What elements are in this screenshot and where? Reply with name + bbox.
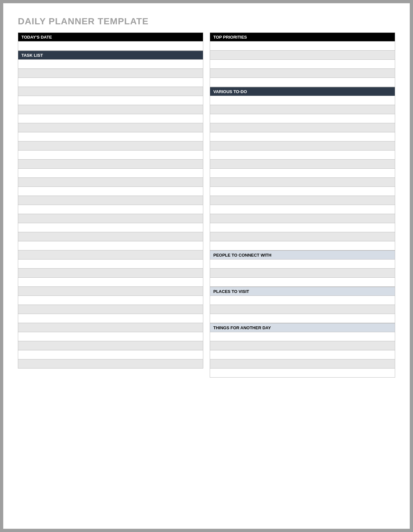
another-input-row[interactable] xyxy=(210,359,395,369)
another-day-header: THINGS FOR ANOTHER DAY xyxy=(210,323,395,332)
task-input-row[interactable] xyxy=(18,160,203,169)
people-input-row[interactable] xyxy=(210,278,395,287)
todo-input-row[interactable] xyxy=(210,232,395,241)
task-input-row[interactable] xyxy=(18,359,203,369)
priority-input-row[interactable] xyxy=(210,78,395,87)
todo-input-row[interactable] xyxy=(210,151,395,160)
task-input-row[interactable] xyxy=(18,178,203,187)
todo-input-row[interactable] xyxy=(210,114,395,123)
task-input-row[interactable] xyxy=(18,250,203,260)
task-input-row[interactable] xyxy=(18,114,203,123)
task-input-row[interactable] xyxy=(18,241,203,250)
places-input-row[interactable] xyxy=(210,314,395,323)
planner-page: DAILY PLANNER TEMPLATE TODAY'S DATE TASK… xyxy=(3,3,410,529)
task-input-row[interactable] xyxy=(18,69,203,78)
another-rows xyxy=(210,332,395,378)
task-input-row[interactable] xyxy=(18,341,203,350)
task-input-row[interactable] xyxy=(18,87,203,96)
another-input-row[interactable] xyxy=(210,350,395,359)
another-input-row[interactable] xyxy=(210,369,395,378)
todo-input-row[interactable] xyxy=(210,169,395,178)
task-input-row[interactable] xyxy=(18,305,203,314)
columns-container: TODAY'S DATE TASK LIST TOP PRIORITIES VA… xyxy=(18,32,395,378)
places-rows xyxy=(210,296,395,323)
tasklist-rows xyxy=(18,60,203,369)
priorities-rows xyxy=(210,42,395,87)
task-input-row[interactable] xyxy=(18,60,203,69)
task-input-row[interactable] xyxy=(18,205,203,214)
task-input-row[interactable] xyxy=(18,196,203,205)
todo-input-row[interactable] xyxy=(210,105,395,114)
todo-input-row[interactable] xyxy=(210,187,395,196)
todo-rows xyxy=(210,96,395,250)
top-priorities-header: TOP PRIORITIES xyxy=(210,32,395,42)
todo-input-row[interactable] xyxy=(210,141,395,151)
various-todo-header: VARIOUS TO-DO xyxy=(210,87,395,96)
todo-input-row[interactable] xyxy=(210,214,395,223)
people-input-row[interactable] xyxy=(210,260,395,269)
date-input-row[interactable] xyxy=(18,42,203,51)
task-input-row[interactable] xyxy=(18,269,203,278)
another-input-row[interactable] xyxy=(210,341,395,350)
todo-input-row[interactable] xyxy=(210,196,395,205)
task-input-row[interactable] xyxy=(18,151,203,160)
date-rows xyxy=(18,42,203,51)
task-input-row[interactable] xyxy=(18,78,203,87)
people-input-row[interactable] xyxy=(210,269,395,278)
task-input-row[interactable] xyxy=(18,323,203,332)
task-input-row[interactable] xyxy=(18,105,203,114)
places-visit-header: PLACES TO VISIT xyxy=(210,287,395,296)
right-column: TOP PRIORITIES VARIOUS TO-DO PEOPLE TO C… xyxy=(210,32,395,378)
people-rows xyxy=(210,260,395,287)
another-input-row[interactable] xyxy=(210,332,395,341)
todo-input-row[interactable] xyxy=(210,178,395,187)
task-input-row[interactable] xyxy=(18,223,203,232)
todo-input-row[interactable] xyxy=(210,123,395,132)
task-input-row[interactable] xyxy=(18,123,203,132)
task-input-row[interactable] xyxy=(18,187,203,196)
places-input-row[interactable] xyxy=(210,296,395,305)
todo-input-row[interactable] xyxy=(210,96,395,105)
page-title: DAILY PLANNER TEMPLATE xyxy=(18,16,395,27)
todo-input-row[interactable] xyxy=(210,241,395,250)
priority-input-row[interactable] xyxy=(210,69,395,78)
todo-input-row[interactable] xyxy=(210,223,395,232)
task-input-row[interactable] xyxy=(18,132,203,141)
task-input-row[interactable] xyxy=(18,350,203,359)
priority-input-row[interactable] xyxy=(210,42,395,51)
task-input-row[interactable] xyxy=(18,296,203,305)
task-input-row[interactable] xyxy=(18,141,203,151)
todays-date-header: TODAY'S DATE xyxy=(18,32,203,42)
task-input-row[interactable] xyxy=(18,96,203,105)
task-input-row[interactable] xyxy=(18,169,203,178)
task-input-row[interactable] xyxy=(18,332,203,341)
task-input-row[interactable] xyxy=(18,287,203,296)
task-list-header: TASK LIST xyxy=(18,51,203,60)
places-input-row[interactable] xyxy=(210,305,395,314)
task-input-row[interactable] xyxy=(18,314,203,323)
task-input-row[interactable] xyxy=(18,214,203,223)
task-input-row[interactable] xyxy=(18,278,203,287)
priority-input-row[interactable] xyxy=(210,60,395,69)
people-connect-header: PEOPLE TO CONNECT WITH xyxy=(210,250,395,260)
todo-input-row[interactable] xyxy=(210,132,395,141)
task-input-row[interactable] xyxy=(18,232,203,241)
left-column: TODAY'S DATE TASK LIST xyxy=(18,32,203,378)
priority-input-row[interactable] xyxy=(210,51,395,60)
todo-input-row[interactable] xyxy=(210,205,395,214)
todo-input-row[interactable] xyxy=(210,160,395,169)
task-input-row[interactable] xyxy=(18,260,203,269)
